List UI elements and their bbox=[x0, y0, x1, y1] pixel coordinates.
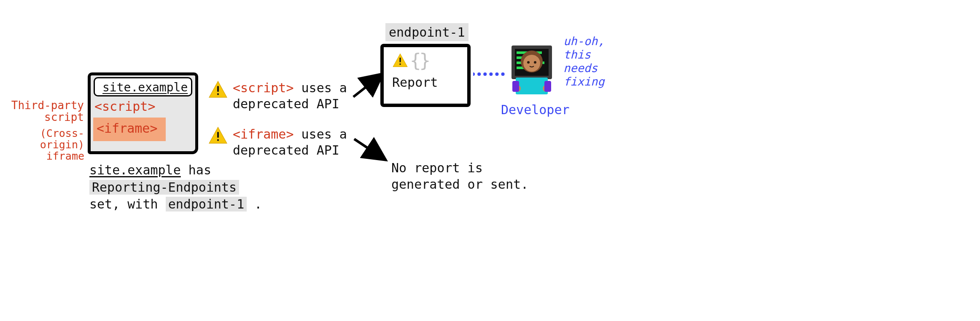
svg-rect-23 bbox=[544, 81, 551, 92]
annotation-cross-origin: (Cross-origin) iframe bbox=[3, 128, 84, 162]
developer-label: Developer bbox=[501, 102, 570, 117]
thought-line: fixing bbox=[563, 75, 605, 88]
no-report-message: No report is generated or sent. bbox=[391, 160, 528, 193]
message-text: uses a bbox=[294, 80, 347, 95]
url-text: site.example bbox=[102, 80, 188, 94]
no-report-line: No report is bbox=[391, 160, 528, 176]
annotation-text: iframe bbox=[3, 150, 84, 162]
caption-line: set, with endpoint-1 . bbox=[89, 196, 262, 213]
tag-ref: <iframe> bbox=[233, 127, 294, 142]
no-report-line: generated or sent. bbox=[391, 176, 528, 193]
message-line: deprecated API bbox=[233, 96, 347, 112]
caption-line: site.example has bbox=[89, 162, 262, 179]
thought-line: uh-oh, bbox=[563, 35, 605, 48]
svg-rect-1 bbox=[217, 94, 219, 95]
message-line: <iframe> uses a bbox=[233, 126, 347, 142]
caption-code: Reporting-Endpoints bbox=[89, 180, 239, 195]
svg-rect-6 bbox=[399, 58, 401, 62]
annotation-third-party: Third-party script bbox=[10, 99, 84, 123]
svg-line-5 bbox=[354, 139, 386, 160]
svg-point-18 bbox=[534, 61, 536, 64]
braces-icon: {} bbox=[410, 50, 429, 71]
svg-point-17 bbox=[527, 61, 530, 64]
endpoint-box: {} Report bbox=[380, 44, 471, 107]
endpoint-label: endpoint-1 bbox=[385, 23, 468, 41]
tag-ref: <script> bbox=[233, 80, 294, 95]
warning-icon bbox=[208, 80, 228, 100]
caption-site: site.example bbox=[89, 163, 181, 177]
message-line: deprecated API bbox=[233, 142, 347, 158]
thought-line: needs bbox=[563, 62, 605, 75]
dotted-connector bbox=[473, 70, 505, 78]
message-line: <script> uses a bbox=[233, 80, 347, 96]
annotation-text: Third-party bbox=[10, 99, 84, 111]
warning-icon bbox=[208, 126, 228, 146]
caption-line: Reporting-Endpoints bbox=[89, 179, 262, 196]
caption-text: set, with bbox=[89, 197, 166, 211]
annotation-text: (Cross-origin) bbox=[3, 128, 84, 150]
warning-icon bbox=[392, 53, 408, 69]
svg-line-4 bbox=[353, 74, 383, 97]
svg-rect-0 bbox=[217, 86, 219, 91]
annotation-text: script bbox=[10, 111, 84, 123]
caption-text: . bbox=[247, 197, 262, 211]
svg-rect-22 bbox=[512, 81, 519, 92]
developer-avatar bbox=[506, 42, 557, 97]
svg-rect-19 bbox=[516, 78, 548, 94]
svg-point-16 bbox=[523, 55, 540, 72]
report-label: Report bbox=[392, 75, 438, 90]
thought-line: this bbox=[563, 48, 605, 62]
deprecation-message-script: <script> uses a deprecated API bbox=[233, 80, 347, 112]
deprecation-message-iframe: <iframe> uses a deprecated API bbox=[233, 126, 347, 159]
caption-text: has bbox=[181, 163, 211, 177]
iframe-tag-label: <iframe> bbox=[97, 121, 158, 136]
url-bar: site.example bbox=[94, 77, 192, 96]
browser-caption: site.example has Reporting-Endpoints set… bbox=[89, 162, 262, 213]
script-tag-label: <script> bbox=[94, 99, 156, 114]
developer-thought: uh-oh, this needs fixing bbox=[563, 35, 605, 88]
svg-rect-2 bbox=[217, 132, 219, 137]
svg-rect-3 bbox=[217, 139, 219, 141]
caption-code: endpoint-1 bbox=[166, 197, 247, 211]
message-text: uses a bbox=[294, 127, 347, 142]
svg-rect-7 bbox=[399, 64, 401, 65]
browser-window: site.example <script> <iframe> bbox=[88, 72, 198, 154]
